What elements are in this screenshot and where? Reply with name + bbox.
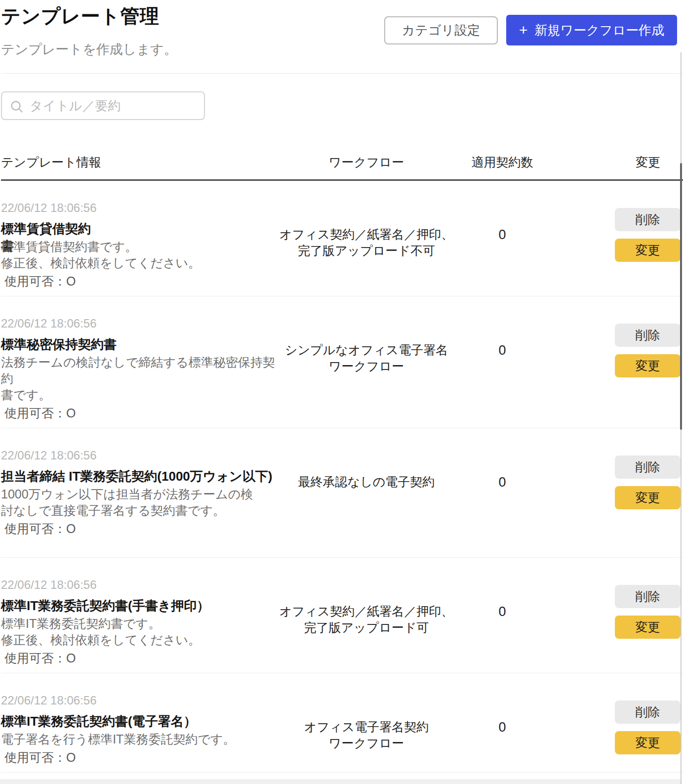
- change-button[interactable]: 変更: [615, 616, 681, 639]
- template-availability: 使用可否：O: [1, 273, 278, 289]
- row-timestamp: 22/06/12 18:06:56: [1, 693, 278, 708]
- table-row: 22/06/12 18:06:56 標準賃貸借契約書 標準賃貸借契約書です。 修…: [1, 181, 683, 296]
- delete-button[interactable]: 削除: [615, 208, 681, 231]
- column-header-change: 変更: [549, 155, 683, 169]
- delete-button[interactable]: 削除: [615, 455, 681, 479]
- template-title: 標準IT業務委託契約書(手書き押印）: [1, 597, 278, 615]
- scrollbar-thumb[interactable]: [680, 163, 682, 430]
- row-actions: 削除 変更: [549, 578, 683, 666]
- new-workflow-button[interactable]: + 新規ワークフロー作成: [506, 15, 677, 45]
- search-input[interactable]: [2, 92, 204, 119]
- plus-icon: +: [519, 23, 528, 38]
- workflow-name: オフィス契約／紙署名／押印、 完了版アップロード可: [278, 603, 455, 666]
- row-timestamp: 22/06/12 18:06:56: [1, 578, 278, 592]
- delete-button[interactable]: 削除: [615, 701, 681, 724]
- workflow-name: オフィス電子署名契約 ワークフロー: [278, 719, 455, 765]
- template-description: 電子署名を行う標準IT業務委託契約です。: [1, 731, 278, 747]
- table-row: 22/06/12 18:06:56 標準秘密保持契約書 法務チームの検討なしで締…: [1, 296, 683, 428]
- header-actions: カテゴリ設定 + 新規ワークフロー作成: [384, 15, 677, 45]
- applied-contract-count: 0: [455, 227, 549, 289]
- table-row: 22/06/12 18:06:56 担当者締結 IT業務委託契約(1000万ウォ…: [1, 428, 683, 558]
- delete-button[interactable]: 削除: [615, 324, 681, 347]
- template-description: 標準賃貸借契約書です。 修正後、検討依頼をしてください。: [1, 239, 278, 271]
- search-icon: [10, 100, 24, 114]
- template-info-cell: 22/06/12 18:06:56 標準秘密保持契約書 法務チームの検討なしで締…: [1, 316, 278, 421]
- applied-contract-count: 0: [455, 720, 549, 765]
- search-box: [1, 91, 205, 120]
- template-description: 標準IT業務委託契約書です。 修正後、検討依頼をしてください。: [1, 616, 278, 648]
- template-info-cell: 22/06/12 18:06:56 担当者締結 IT業務委託契約(1000万ウォ…: [1, 448, 278, 536]
- page-header: テンプレート管理 テンプレートを作成します。 カテゴリ設定 + 新規ワークフロー…: [1, 0, 683, 58]
- template-availability: 使用可否：O: [1, 521, 278, 536]
- table-body: 22/06/12 18:06:56 標準賃貸借契約書 標準賃貸借契約書です。 修…: [1, 181, 683, 773]
- column-header-applied-contracts: 適用契約数: [455, 155, 549, 169]
- change-button[interactable]: 変更: [615, 239, 681, 262]
- change-button[interactable]: 変更: [615, 354, 681, 377]
- header-divider: [1, 73, 683, 74]
- next-section-edge: [0, 779, 681, 784]
- column-header-template-info: テンプレート情報: [1, 155, 278, 169]
- template-title: 標準賃貸借契約書: [1, 220, 98, 238]
- row-timestamp: 22/06/12 18:06:56: [1, 201, 278, 215]
- template-title: 標準IT業務委託契約書(電子署名）: [1, 713, 278, 730]
- workflow-name: オフィス契約／紙署名／押印、 完了版アップロード不可: [278, 226, 455, 289]
- template-info-cell: 22/06/12 18:06:56 標準IT業務委託契約書(手書き押印） 標準I…: [1, 578, 278, 666]
- row-actions: 削除 変更: [549, 201, 683, 289]
- template-info-cell: 22/06/12 18:06:56 標準IT業務委託契約書(電子署名） 電子署名…: [1, 693, 278, 765]
- change-button[interactable]: 変更: [615, 486, 681, 509]
- workflow-name: 最終承認なしの電子契約: [278, 474, 455, 536]
- row-actions: 削除 変更: [549, 316, 683, 421]
- row-actions: 削除 変更: [549, 693, 683, 765]
- template-availability: 使用可否：O: [1, 405, 278, 421]
- applied-contract-count: 0: [455, 604, 549, 666]
- row-timestamp: 22/06/12 18:06:56: [1, 316, 278, 331]
- table-row: 22/06/12 18:06:56 標準IT業務委託契約書(電子署名） 電子署名…: [1, 673, 683, 773]
- applied-contract-count: 0: [455, 343, 549, 421]
- template-table: テンプレート情報 ワークフロー 適用契約数 変更 22/06/12 18:06:…: [1, 155, 683, 773]
- template-availability: 使用可否：O: [1, 650, 278, 666]
- category-settings-button[interactable]: カテゴリ設定: [384, 16, 498, 44]
- search-row: [1, 91, 683, 120]
- template-title: 担当者締結 IT業務委託契約(1000万ウォン以下): [1, 468, 278, 485]
- delete-button[interactable]: 削除: [615, 585, 681, 608]
- template-info-cell: 22/06/12 18:06:56 標準賃貸借契約書 標準賃貸借契約書です。 修…: [1, 201, 278, 289]
- template-title: 標準秘密保持契約書: [1, 336, 278, 353]
- template-management-page: テンプレート管理 テンプレートを作成します。 カテゴリ設定 + 新規ワークフロー…: [0, 0, 683, 784]
- workflow-name: シンプルなオフィス電子署名 ワークフロー: [278, 342, 455, 421]
- table-header: テンプレート情報 ワークフロー 適用契約数 変更: [1, 155, 683, 181]
- table-row: 22/06/12 18:06:56 標準IT業務委託契約書(手書き押印） 標準I…: [1, 558, 683, 673]
- new-workflow-label: 新規ワークフロー作成: [535, 22, 664, 39]
- column-header-workflow: ワークフロー: [278, 155, 455, 169]
- template-description: 1000万ウォン以下は担当者が法務チームの検 討なしで直接電子署名する契約書です…: [1, 486, 278, 519]
- template-description: 法務チームの検討なしで締結する標準秘密保持契約 書です。: [1, 354, 278, 403]
- row-actions: 削除 変更: [549, 448, 683, 536]
- template-availability: 使用可否：O: [1, 749, 278, 765]
- applied-contract-count: 0: [455, 475, 549, 536]
- change-button[interactable]: 変更: [615, 731, 681, 754]
- row-timestamp: 22/06/12 18:06:56: [1, 448, 278, 463]
